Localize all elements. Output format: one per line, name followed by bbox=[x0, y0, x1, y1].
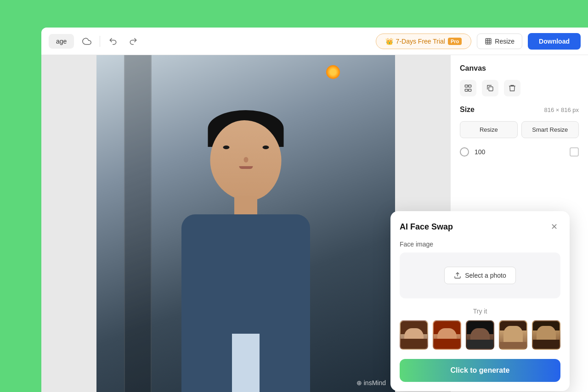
upload-icon bbox=[454, 272, 461, 279]
person-nose bbox=[243, 157, 248, 162]
trial-button[interactable]: 👑 7-Days Free Trial Pro bbox=[376, 34, 472, 49]
sample-face-3[interactable] bbox=[466, 320, 494, 350]
watermark: ⊕ insMind bbox=[356, 379, 386, 386]
toolbar-right: 👑 7-Days Free Trial Pro Resize Download bbox=[376, 33, 581, 50]
try-it-label: Try it bbox=[400, 308, 560, 315]
svg-rect-5 bbox=[489, 87, 493, 91]
pro-badge: Pro bbox=[448, 38, 462, 45]
generate-button[interactable]: Click to generate bbox=[400, 359, 560, 382]
download-button[interactable]: Download bbox=[528, 33, 581, 50]
resize-toolbar-button[interactable]: Resize bbox=[477, 34, 522, 49]
person-suit bbox=[181, 214, 310, 392]
modal-body: Face image Select a photo Try it bbox=[390, 241, 570, 391]
duplicate-icon[interactable] bbox=[482, 80, 498, 96]
size-value: 816 × 816 px bbox=[544, 106, 579, 113]
crown-icon: 👑 bbox=[385, 38, 393, 45]
sample-face-2[interactable] bbox=[433, 320, 461, 350]
eye-left bbox=[223, 146, 229, 149]
person-eyes bbox=[223, 146, 269, 149]
eye-right bbox=[262, 146, 269, 149]
toolbar-divider bbox=[100, 36, 100, 47]
sample-face-1[interactable] bbox=[400, 320, 428, 350]
person-mouth bbox=[239, 166, 253, 169]
sample-faces-row bbox=[400, 320, 560, 350]
opacity-value: 100 bbox=[475, 148, 485, 156]
undo-button[interactable] bbox=[106, 34, 120, 49]
svg-rect-4 bbox=[469, 89, 471, 91]
person-image bbox=[158, 97, 333, 392]
canvas-area[interactable]: ⊕ insMind bbox=[41, 55, 450, 392]
photo-upload-area[interactable]: Select a photo bbox=[400, 252, 560, 298]
smart-resize-option[interactable]: Smart Resize bbox=[521, 121, 579, 138]
toolbar-left: age bbox=[49, 34, 370, 49]
cloud-save-icon[interactable] bbox=[79, 34, 94, 49]
toolbar: age 👑 7-Days Free Trial bbox=[41, 28, 588, 55]
app-container: age 👑 7-Days Free Trial bbox=[41, 28, 588, 392]
sample-face-4[interactable] bbox=[499, 320, 527, 350]
modal-close-button[interactable]: ✕ bbox=[548, 220, 560, 233]
svg-rect-3 bbox=[465, 89, 468, 91]
opacity-icon bbox=[460, 147, 469, 157]
person-face bbox=[210, 120, 282, 201]
align-icon[interactable] bbox=[460, 80, 476, 96]
canvas-bg: ⊕ insMind bbox=[96, 55, 395, 392]
select-photo-label: Select a photo bbox=[465, 272, 506, 279]
ai-face-swap-modal: AI Face Swap ✕ Face image Select a photo… bbox=[390, 211, 570, 391]
size-label: Size bbox=[460, 106, 475, 114]
face-image-label: Face image bbox=[400, 241, 560, 248]
canvas-section-title: Canvas bbox=[460, 64, 579, 73]
resize-icon bbox=[485, 38, 492, 45]
select-photo-button[interactable]: Select a photo bbox=[444, 267, 516, 284]
trial-label: 7-Days Free Trial bbox=[396, 38, 445, 45]
svg-rect-1 bbox=[465, 85, 468, 87]
person-shirt bbox=[232, 334, 260, 392]
room-panel bbox=[124, 55, 152, 392]
modal-header: AI Face Swap ✕ bbox=[390, 211, 570, 241]
tab-image[interactable]: age bbox=[49, 34, 74, 49]
resize-option[interactable]: Resize bbox=[460, 121, 518, 138]
svg-rect-0 bbox=[486, 39, 491, 44]
resize-label: Resize bbox=[495, 38, 514, 45]
resize-buttons: Resize Smart Resize bbox=[460, 121, 579, 138]
room-light bbox=[326, 65, 340, 79]
opacity-row: 100 bbox=[460, 147, 579, 157]
modal-title: AI Face Swap bbox=[400, 222, 453, 232]
redo-button[interactable] bbox=[126, 34, 141, 49]
delete-icon[interactable] bbox=[504, 80, 520, 96]
sample-face-5[interactable] bbox=[532, 320, 560, 350]
size-row: Size 816 × 816 px bbox=[460, 106, 579, 114]
canvas-actions bbox=[460, 80, 579, 96]
svg-rect-2 bbox=[469, 85, 471, 87]
checkbox[interactable] bbox=[570, 147, 579, 157]
